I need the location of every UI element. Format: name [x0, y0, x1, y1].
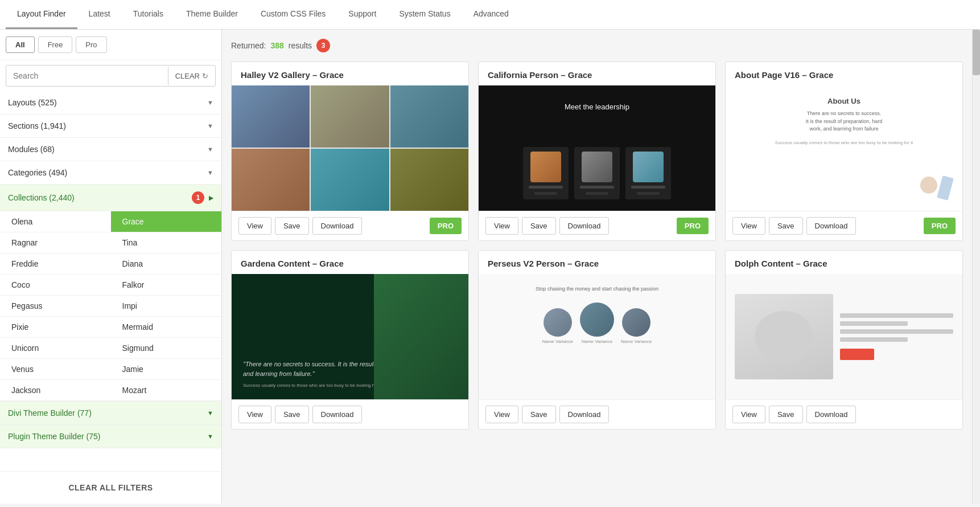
collection-impi[interactable]: Impi	[111, 296, 222, 317]
tab-tutorials[interactable]: Tutorials	[122, 0, 175, 29]
tab-system-status[interactable]: System Status	[388, 0, 462, 29]
person-card-3	[625, 147, 671, 199]
person-avatar	[633, 152, 664, 182]
view-button[interactable]: View	[485, 406, 518, 423]
collection-pegasus[interactable]: Pegasus	[0, 296, 111, 317]
perseus-avatar	[580, 302, 614, 337]
page-wrapper: All Free Pro CLEAR ↻ Layouts (525) ▼ Sec…	[0, 30, 980, 504]
search-input[interactable]	[6, 66, 168, 86]
clear-all-filters-button[interactable]: CLEAR ALL FILTERS	[0, 471, 221, 504]
about-decorations	[920, 177, 951, 199]
collection-tina[interactable]: Tina	[111, 232, 222, 254]
save-button[interactable]: Save	[769, 217, 803, 235]
filter-tab-pro[interactable]: Pro	[76, 36, 106, 53]
collection-coco[interactable]: Coco	[0, 275, 111, 296]
card-preview	[232, 85, 468, 211]
save-button[interactable]: Save	[522, 217, 556, 235]
filter-tab-free[interactable]: Free	[38, 36, 73, 53]
collection-ragnar[interactable]: Ragnar	[0, 232, 111, 254]
perseus-person-3: Name Variance	[621, 308, 652, 344]
save-button[interactable]: Save	[275, 406, 309, 423]
card-title: California Person – Grace	[479, 62, 715, 85]
view-button[interactable]: View	[732, 217, 765, 235]
dolph-line	[840, 321, 908, 326]
collection-jackson[interactable]: Jackson	[0, 380, 111, 401]
person-name-line	[631, 186, 665, 189]
view-button[interactable]: View	[732, 406, 765, 423]
dolph-lines	[840, 313, 953, 360]
card-title: Gardena Content – Grace	[232, 251, 468, 274]
dolph-line	[840, 337, 908, 342]
tab-layout-finder[interactable]: Layout Finder	[6, 0, 77, 29]
collection-mozart[interactable]: Mozart	[111, 380, 222, 401]
plugin-theme-builder-arrow-icon: ▼	[207, 433, 213, 440]
results-count: 388	[270, 41, 283, 50]
collection-unicorn[interactable]: Unicorn	[0, 338, 111, 359]
filter-collections[interactable]: Collections (2,440) 1 ▶	[0, 185, 221, 211]
dolph-image-circle	[755, 311, 814, 362]
filter-layouts-label: Layouts (525)	[8, 98, 57, 107]
card-actions: View Save Download	[479, 399, 715, 429]
mosaic-cell	[232, 85, 310, 148]
filter-plugin-theme-builder-label: Plugin Theme Builder (75)	[8, 432, 100, 441]
person-card-2	[574, 147, 620, 199]
filter-tab-all[interactable]: All	[6, 36, 35, 53]
person-name-line	[580, 186, 614, 189]
collection-freddie[interactable]: Freddie	[0, 254, 111, 275]
collection-venus[interactable]: Venus	[0, 359, 111, 380]
about-preview-text: There are no secrets to success.It is th…	[737, 110, 951, 133]
view-button[interactable]: View	[238, 406, 271, 423]
collection-jamie[interactable]: Jamie	[111, 359, 222, 380]
refresh-icon: ↻	[202, 72, 208, 80]
card-title: Perseus V2 Person – Grace	[479, 251, 715, 274]
card-actions: View Save Download PRO	[232, 211, 468, 240]
download-button[interactable]: Download	[312, 406, 363, 423]
filter-type-tabs: All Free Pro	[0, 30, 221, 60]
tab-theme-builder[interactable]: Theme Builder	[175, 0, 249, 29]
person-avatar	[530, 152, 561, 182]
filter-categories[interactable]: Categories (494) ▼	[0, 161, 221, 185]
collection-olena[interactable]: Olena	[0, 211, 111, 232]
collection-sigmund[interactable]: Sigmund	[111, 338, 222, 359]
save-button[interactable]: Save	[275, 217, 309, 235]
search-clear-button[interactable]: CLEAR ↻	[168, 67, 215, 85]
download-button[interactable]: Download	[559, 406, 610, 423]
mosaic-cell	[232, 149, 310, 211]
filter-sections[interactable]: Sections (1,941) ▼	[0, 115, 221, 138]
results-badge: 3	[316, 39, 330, 52]
about-preview-subtext: Success usually comes to those who are t…	[737, 140, 951, 145]
tab-custom-css[interactable]: Custom CSS Files	[249, 0, 337, 29]
collection-falkor[interactable]: Falkor	[111, 275, 222, 296]
cards-grid: Halley V2 Gallery – Grace View Save Down…	[231, 62, 963, 430]
perseus-persons: Name Variance Name Variance Name Varianc…	[542, 302, 652, 344]
collections-arrow-icon: ▶	[209, 194, 213, 202]
scrollbar-thumb[interactable]	[973, 30, 980, 75]
collection-diana[interactable]: Diana	[111, 254, 222, 275]
download-button[interactable]: Download	[559, 217, 610, 235]
download-button[interactable]: Download	[806, 406, 857, 423]
collection-pixie[interactable]: Pixie	[0, 317, 111, 338]
sidebar: All Free Pro CLEAR ↻ Layouts (525) ▼ Sec…	[0, 30, 222, 504]
collection-mermaid[interactable]: Mermaid	[111, 317, 222, 338]
tab-support[interactable]: Support	[337, 0, 388, 29]
download-button[interactable]: Download	[806, 217, 857, 235]
tab-latest[interactable]: Latest	[77, 0, 122, 29]
collection-grace[interactable]: Grace	[111, 211, 222, 232]
tab-advanced[interactable]: Advanced	[462, 0, 520, 29]
save-button[interactable]: Save	[769, 406, 803, 423]
dolph-line	[840, 329, 953, 334]
save-button[interactable]: Save	[522, 406, 556, 423]
filter-plugin-theme-builder[interactable]: Plugin Theme Builder (75) ▼	[0, 425, 221, 448]
results-count-label: results	[289, 41, 312, 50]
card-california-person: California Person – Grace Meet the leade…	[478, 62, 716, 241]
perseus-name: Name Variance	[621, 339, 652, 344]
dolph-cta-preview	[840, 349, 874, 360]
filter-layouts[interactable]: Layouts (525) ▼	[0, 91, 221, 115]
filter-divi-theme-builder[interactable]: Divi Theme Builder (77) ▼	[0, 402, 221, 425]
view-button[interactable]: View	[485, 217, 518, 235]
view-button[interactable]: View	[238, 217, 271, 235]
download-button[interactable]: Download	[312, 217, 363, 235]
page-scrollbar[interactable]	[972, 30, 980, 504]
filter-modules[interactable]: Modules (68) ▼	[0, 138, 221, 161]
mosaic-cell	[311, 85, 389, 148]
